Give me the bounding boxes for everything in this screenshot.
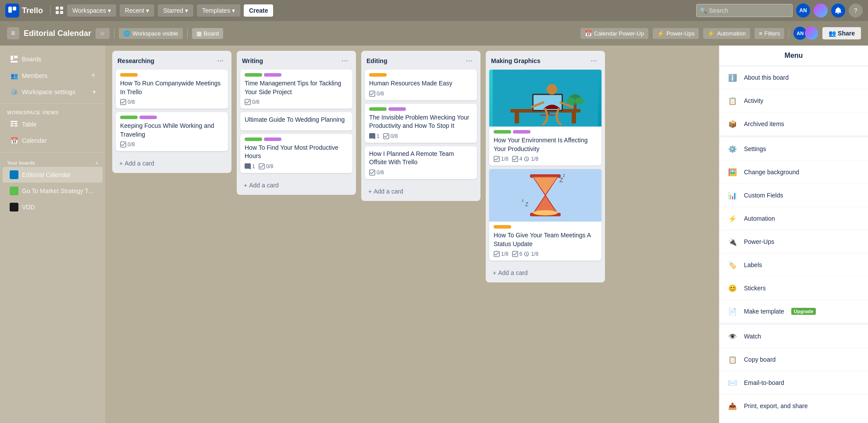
menu-icon-power-ups: 🔌 (726, 236, 739, 248)
filters-button[interactable]: ≡ Filters (754, 28, 784, 39)
card-e1[interactable]: Human Resources Made Easy 0/8 (365, 70, 477, 100)
menu-item-label: Print, export, and share (744, 402, 808, 409)
sidebar-board-item-1[interactable]: Go To Market Strategy Templ... (3, 183, 103, 199)
list-menu-button[interactable]: ··· (463, 55, 475, 66)
board-title: Editorial Calendar (24, 29, 91, 38)
sidebar-board-item-0[interactable]: Editorial Calendar (3, 167, 103, 183)
avatar-an[interactable]: AN (796, 4, 810, 18)
add-card-button[interactable]: + Add a card (116, 157, 228, 169)
card-e3[interactable]: How I Planned A Remote Team Offsite With… (365, 146, 477, 179)
top-nav: Trello Workspaces ▾ Recent ▾ Starred ▾ T… (0, 0, 868, 21)
menu-item-email-to-board[interactable]: ✉️ Email-to-board (719, 371, 868, 395)
card-mg1[interactable]: How Your Environment Is Affecting Your P… (489, 70, 601, 166)
add-board-icon[interactable]: + (96, 160, 98, 166)
list-menu-button[interactable]: ··· (588, 55, 600, 66)
menu-item-close-board[interactable]: ✖️ Close board (719, 418, 868, 423)
sidebar-item-table[interactable]: Table (3, 116, 103, 132)
menu-item-label: Stickers (744, 285, 766, 292)
menu-item-about[interactable]: ℹ️ About this board (719, 66, 868, 89)
menu-item-automation[interactable]: ⚡ Automation (719, 207, 868, 230)
menu-item-label: Custom Fields (744, 192, 783, 199)
list-menu-button[interactable]: ··· (339, 55, 351, 66)
svg-text:z: z (522, 198, 524, 203)
power-ups-button[interactable]: ⚡ Power-Ups (653, 28, 699, 39)
card-w2[interactable]: Ultimate Guide To Wedding Planning (240, 112, 352, 130)
create-button[interactable]: Create (244, 4, 274, 17)
menu-item-watch[interactable]: 👁️ Watch (719, 325, 868, 348)
sidebar-board-item-2[interactable]: VDD (3, 199, 103, 215)
menu-item-archived[interactable]: 📦 Archived items (719, 113, 868, 136)
menu-icon-background: 🖼️ (726, 166, 739, 178)
plus-icon: + (119, 160, 123, 167)
help-icon[interactable]: ? (849, 4, 863, 18)
menu-item-activity[interactable]: 📋 Activity (719, 89, 868, 113)
menu-item-label: Power-Ups (744, 238, 774, 245)
menu-item-label: Copy board (744, 356, 776, 363)
menu-item-print-export[interactable]: 📤 Print, export, and share (719, 395, 868, 418)
sidebar-item-boards[interactable]: Boards (3, 51, 103, 67)
star-button[interactable]: ☆ (96, 28, 110, 39)
add-member-icon[interactable]: + (91, 71, 96, 80)
board-name: VDD (22, 204, 35, 211)
svg-rect-13 (14, 125, 18, 127)
menu-item-label: Make template (744, 308, 784, 315)
sidebar-toggle-button[interactable]: ≡ (7, 27, 19, 39)
add-card-button[interactable]: + Add a card (240, 179, 352, 191)
search-input[interactable] (696, 4, 793, 17)
list-title: Editing (366, 57, 387, 64)
card-mg2[interactable]: Z z Z z How To Give Your Team Meetings A… (489, 169, 601, 261)
automation-button[interactable]: ⚡ Automation (703, 28, 750, 39)
svg-point-42 (533, 210, 558, 215)
card-title: Time Management Tips for Tackling Your S… (245, 79, 348, 96)
notification-icon[interactable] (831, 4, 845, 18)
checklist-badge: 0/8 (120, 99, 135, 105)
starred-menu[interactable]: Starred ▾ (158, 4, 193, 17)
svg-rect-10 (11, 123, 14, 124)
members-label: Members (22, 72, 47, 79)
trello-logo-icon (5, 4, 19, 18)
share-button[interactable]: 👥 Share (822, 27, 861, 39)
templates-menu[interactable]: Templates ▾ (197, 4, 240, 17)
chevron-down-icon: ▾ (93, 89, 96, 95)
card-title: How To Give Your Team Meetings A Status … (494, 231, 597, 248)
card-e2[interactable]: The Invisible Problem Wrecking Your Prod… (365, 104, 477, 143)
nav-grid-icon[interactable] (56, 7, 64, 14)
automation-icon: ⚡ (708, 30, 715, 37)
workspace-visible-button[interactable]: 🌐 Workspace visible (119, 28, 183, 39)
sidebar-item-workspace-settings[interactable]: ⚙️ Workspace settings ▾ (3, 84, 103, 100)
workspaces-menu[interactable]: Workspaces ▾ (67, 4, 116, 17)
card-w1[interactable]: Time Management Tips for Tackling Your S… (240, 70, 352, 109)
menu-item-labels[interactable]: 🏷️ Labels (719, 254, 868, 277)
menu-item-power-ups[interactable]: 🔌 Power-Ups (719, 230, 868, 254)
menu-item-label: Email-to-board (744, 379, 784, 386)
board-view-button[interactable]: ▦ Board (192, 28, 224, 39)
card-w3[interactable]: How To Find Your Most Productive Hours 1… (240, 134, 352, 173)
board-header: ≡ Editorial Calendar ☆ 🌐 Workspace visib… (0, 21, 868, 46)
svg-marker-41 (533, 177, 558, 194)
avatar-multi[interactable] (814, 4, 828, 18)
menu-item-background[interactable]: 🖼️ Change background (719, 161, 868, 184)
sidebar-item-calendar[interactable]: 📅 Calendar (3, 133, 103, 148)
card-r1[interactable]: How To Run Companywide Meetings In Trell… (116, 70, 228, 109)
menu-item-settings[interactable]: ⚙️ Settings (719, 137, 868, 161)
list-menu-button[interactable]: ··· (214, 55, 226, 66)
card-footer: 0/8 (245, 99, 348, 105)
sidebar-item-members[interactable]: 👥 Members + (3, 67, 103, 84)
menu-item-custom-fields[interactable]: 📊 Custom Fields (719, 184, 868, 207)
menu-item-make-template[interactable]: 📄 Make template Upgrade (719, 300, 868, 323)
add-card-button[interactable]: + Add a card (489, 267, 601, 279)
recent-menu[interactable]: Recent ▾ (120, 4, 154, 17)
card-r2[interactable]: Keeping Focus While Working and Travelin… (116, 112, 228, 151)
board-color-dot (10, 170, 18, 179)
member-avatar-2[interactable] (805, 27, 818, 40)
checklist-badge: 0/8 (383, 133, 398, 139)
chevron-down-icon: ▾ (232, 7, 235, 14)
card-label (245, 73, 262, 77)
menu-item-stickers[interactable]: 😊 Stickers (719, 277, 868, 300)
add-card-button[interactable]: + Add a card (365, 185, 477, 197)
search-icon: 🔍 (700, 7, 707, 14)
calendar-power-up-button[interactable]: 📅 Calendar Power-Up (580, 28, 648, 39)
menu-item-copy-board[interactable]: 📋 Copy board (719, 348, 868, 371)
app-logo[interactable]: Trello (5, 4, 43, 18)
menu-item-label: Settings (744, 145, 766, 152)
